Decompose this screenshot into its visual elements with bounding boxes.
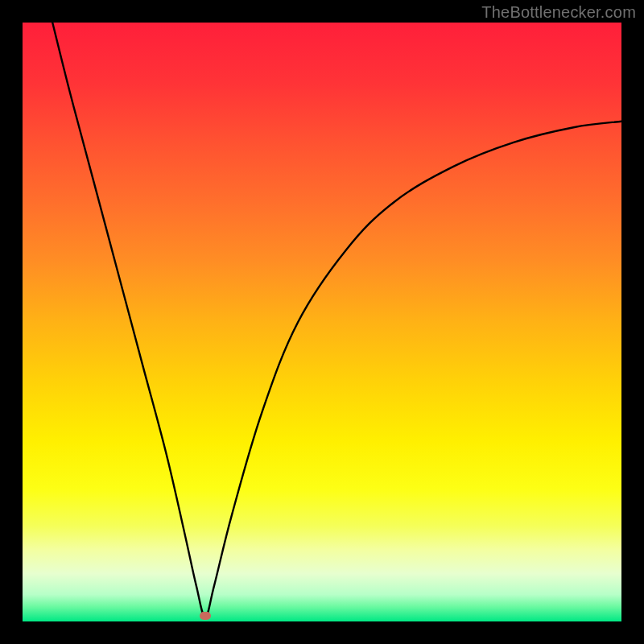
attribution-text: TheBottlenecker.com: [481, 3, 636, 22]
plot-area: [23, 23, 621, 621]
optimum-marker: [200, 612, 211, 620]
chart-frame: TheBottlenecker.com: [0, 0, 644, 644]
bottleneck-curve: [52, 23, 621, 617]
curve-layer: [23, 23, 621, 621]
